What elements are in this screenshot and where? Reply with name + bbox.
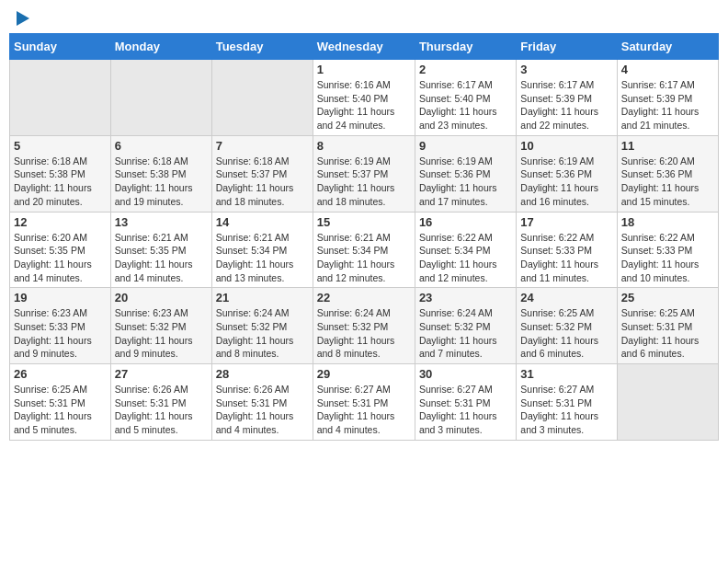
cell-content: Sunrise: 6:27 AMSunset: 5:31 PMDaylight:…: [419, 383, 512, 437]
calendar-cell: 1Sunrise: 6:16 AMSunset: 5:40 PMDaylight…: [313, 60, 415, 136]
daylight-text: Daylight: 11 hours and 18 minutes.: [317, 181, 411, 208]
sunset-text: Sunset: 5:31 PM: [317, 396, 411, 410]
sunset-text: Sunset: 5:32 PM: [317, 320, 411, 334]
cell-content: Sunrise: 6:19 AMSunset: 5:37 PMDaylight:…: [317, 155, 411, 209]
sunset-text: Sunset: 5:38 PM: [14, 167, 107, 181]
calendar-cell: [10, 60, 111, 136]
daylight-text: Daylight: 11 hours and 6 minutes.: [520, 334, 612, 361]
day-number: 8: [317, 139, 411, 153]
daylight-text: Daylight: 11 hours and 9 minutes.: [115, 334, 208, 361]
day-number: 13: [115, 215, 208, 229]
cell-content: Sunrise: 6:18 AMSunset: 5:38 PMDaylight:…: [14, 155, 107, 209]
sunset-text: Sunset: 5:32 PM: [419, 320, 512, 334]
day-number: 31: [520, 367, 612, 381]
daylight-text: Daylight: 11 hours and 12 minutes.: [419, 258, 512, 284]
daylight-text: Daylight: 11 hours and 14 minutes.: [14, 258, 107, 284]
sunrise-text: Sunrise: 6:22 AM: [520, 231, 612, 245]
sunset-text: Sunset: 5:34 PM: [317, 244, 411, 258]
cell-content: Sunrise: 6:17 AMSunset: 5:39 PMDaylight:…: [621, 78, 714, 132]
week-row-2: 5Sunrise: 6:18 AMSunset: 5:38 PMDaylight…: [10, 135, 719, 212]
cell-content: Sunrise: 6:26 AMSunset: 5:31 PMDaylight:…: [216, 383, 309, 437]
sunset-text: Sunset: 5:33 PM: [520, 244, 612, 258]
daylight-text: Daylight: 11 hours and 21 minutes.: [621, 105, 714, 132]
calendar-cell: [211, 60, 313, 136]
sunset-text: Sunset: 5:34 PM: [216, 244, 309, 258]
daylight-text: Daylight: 11 hours and 5 minutes.: [14, 409, 107, 436]
day-number: 2: [419, 63, 512, 76]
sunrise-text: Sunrise: 6:22 AM: [419, 231, 512, 245]
calendar-cell: 20Sunrise: 6:23 AMSunset: 5:32 PMDayligh…: [110, 288, 211, 364]
sunset-text: Sunset: 5:33 PM: [14, 320, 107, 334]
sunrise-text: Sunrise: 6:24 AM: [317, 306, 411, 320]
day-number: 17: [520, 215, 612, 229]
cell-content: Sunrise: 6:19 AMSunset: 5:36 PMDaylight:…: [419, 155, 512, 209]
day-number: 27: [115, 367, 208, 381]
day-number: 19: [14, 291, 107, 304]
sunrise-text: Sunrise: 6:18 AM: [14, 155, 107, 168]
day-number: 9: [419, 139, 512, 153]
calendar-cell: 17Sunrise: 6:22 AMSunset: 5:33 PMDayligh…: [517, 212, 617, 288]
daylight-text: Daylight: 11 hours and 3 minutes.: [419, 409, 512, 436]
sunset-text: Sunset: 5:31 PM: [621, 320, 714, 334]
daylight-text: Daylight: 11 hours and 20 minutes.: [14, 181, 107, 208]
calendar-cell: 10Sunrise: 6:19 AMSunset: 5:36 PMDayligh…: [517, 135, 617, 212]
daylight-text: Daylight: 11 hours and 16 minutes.: [520, 181, 612, 208]
daylight-text: Daylight: 11 hours and 19 minutes.: [115, 181, 208, 208]
sunset-text: Sunset: 5:40 PM: [317, 92, 411, 106]
cell-content: Sunrise: 6:24 AMSunset: 5:32 PMDaylight:…: [216, 306, 309, 361]
day-number: 23: [419, 291, 512, 304]
sunrise-text: Sunrise: 6:19 AM: [419, 155, 512, 168]
day-number: 21: [216, 291, 309, 304]
day-number: 12: [14, 215, 107, 229]
daylight-text: Daylight: 11 hours and 7 minutes.: [419, 334, 512, 361]
calendar-cell: 22Sunrise: 6:24 AMSunset: 5:32 PMDayligh…: [313, 288, 415, 364]
day-number: 25: [621, 291, 714, 304]
sunrise-text: Sunrise: 6:27 AM: [317, 383, 411, 396]
sunset-text: Sunset: 5:35 PM: [14, 244, 107, 258]
sunrise-text: Sunrise: 6:27 AM: [520, 383, 612, 396]
calendar-cell: 18Sunrise: 6:22 AMSunset: 5:33 PMDayligh…: [617, 212, 718, 288]
sunset-text: Sunset: 5:31 PM: [520, 396, 612, 410]
cell-content: Sunrise: 6:22 AMSunset: 5:33 PMDaylight:…: [520, 231, 612, 285]
sunrise-text: Sunrise: 6:19 AM: [317, 155, 411, 168]
day-number: 14: [216, 215, 309, 229]
cell-content: Sunrise: 6:24 AMSunset: 5:32 PMDaylight:…: [419, 306, 512, 361]
calendar-cell: 7Sunrise: 6:18 AMSunset: 5:37 PMDaylight…: [211, 135, 313, 212]
sunset-text: Sunset: 5:36 PM: [419, 167, 512, 181]
week-row-4: 19Sunrise: 6:23 AMSunset: 5:33 PMDayligh…: [10, 288, 719, 364]
daylight-text: Daylight: 11 hours and 23 minutes.: [419, 105, 512, 132]
sunset-text: Sunset: 5:33 PM: [621, 244, 714, 258]
day-number: 24: [520, 291, 612, 304]
sunset-text: Sunset: 5:37 PM: [317, 167, 411, 181]
calendar-cell: 3Sunrise: 6:17 AMSunset: 5:39 PMDaylight…: [517, 60, 617, 136]
calendar-cell: 4Sunrise: 6:17 AMSunset: 5:39 PMDaylight…: [617, 60, 718, 136]
day-number: 3: [520, 63, 612, 76]
cell-content: Sunrise: 6:17 AMSunset: 5:39 PMDaylight:…: [520, 78, 612, 132]
daylight-text: Daylight: 11 hours and 22 minutes.: [520, 105, 612, 132]
week-row-3: 12Sunrise: 6:20 AMSunset: 5:35 PMDayligh…: [10, 212, 719, 288]
sunrise-text: Sunrise: 6:27 AM: [419, 383, 512, 396]
calendar-cell: 16Sunrise: 6:22 AMSunset: 5:34 PMDayligh…: [415, 212, 516, 288]
sunrise-text: Sunrise: 6:18 AM: [216, 155, 309, 168]
cell-content: Sunrise: 6:23 AMSunset: 5:32 PMDaylight:…: [115, 306, 208, 361]
calendar-cell: 27Sunrise: 6:26 AMSunset: 5:31 PMDayligh…: [110, 364, 211, 441]
daylight-text: Daylight: 11 hours and 6 minutes.: [621, 334, 714, 361]
cell-content: Sunrise: 6:18 AMSunset: 5:38 PMDaylight:…: [115, 155, 208, 209]
sunset-text: Sunset: 5:32 PM: [216, 320, 309, 334]
logo: [13, 9, 29, 26]
sunrise-text: Sunrise: 6:25 AM: [520, 306, 612, 320]
cell-content: Sunrise: 6:21 AMSunset: 5:35 PMDaylight:…: [115, 231, 208, 285]
calendar-cell: 21Sunrise: 6:24 AMSunset: 5:32 PMDayligh…: [211, 288, 313, 364]
sunset-text: Sunset: 5:31 PM: [216, 396, 309, 410]
sunrise-text: Sunrise: 6:17 AM: [621, 78, 714, 92]
calendar-cell: 25Sunrise: 6:25 AMSunset: 5:31 PMDayligh…: [617, 288, 718, 364]
calendar-cell: [617, 364, 718, 441]
daylight-text: Daylight: 11 hours and 3 minutes.: [520, 409, 612, 436]
cell-content: Sunrise: 6:27 AMSunset: 5:31 PMDaylight:…: [317, 383, 411, 437]
daylight-text: Daylight: 11 hours and 12 minutes.: [317, 258, 411, 284]
daylight-text: Daylight: 11 hours and 15 minutes.: [621, 181, 714, 208]
day-number: 15: [317, 215, 411, 229]
cell-content: Sunrise: 6:23 AMSunset: 5:33 PMDaylight:…: [14, 306, 107, 361]
sunset-text: Sunset: 5:39 PM: [621, 92, 714, 106]
daylight-text: Daylight: 11 hours and 17 minutes.: [419, 181, 512, 208]
